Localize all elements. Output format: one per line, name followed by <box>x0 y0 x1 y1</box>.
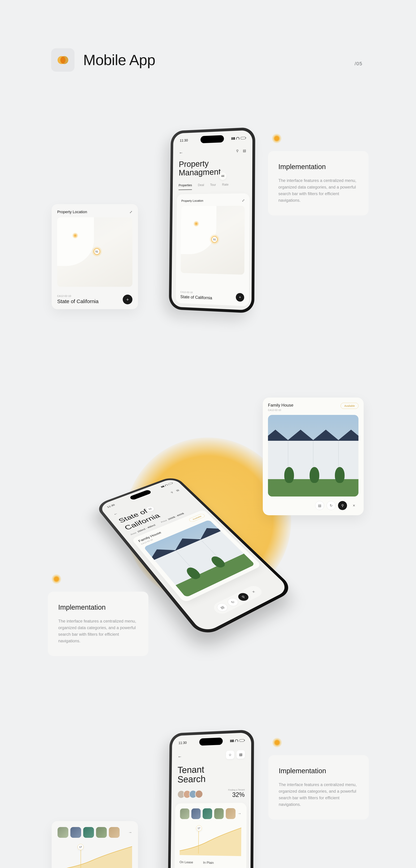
info-card: Implementation The interface features a … <box>268 151 369 215</box>
search-icon[interactable]: ⚲ <box>236 149 239 153</box>
thumbnail[interactable] <box>191 808 201 819</box>
info-card: Implementation The interface features a … <box>268 755 369 819</box>
map-card: Property Location ⤢ 51 CA12-02-10 State … <box>51 204 138 309</box>
star-button[interactable]: ☆ <box>226 750 234 759</box>
map-pin-icon[interactable]: 51 <box>92 247 102 256</box>
chart-card: → 17 On Lease 36○ In Plain 15○ <box>51 821 138 868</box>
grid-button[interactable]: ▤ <box>215 602 230 613</box>
page-title: Mobile App <box>83 51 155 69</box>
percent-value: 32% <box>228 791 245 799</box>
dot-icon <box>272 134 281 143</box>
back-icon[interactable]: ← <box>179 150 183 155</box>
info-title: Implementation <box>279 767 358 775</box>
card-title: Family House <box>268 403 293 408</box>
thumbnail[interactable] <box>70 827 81 838</box>
lease-chart: 17 <box>58 843 132 868</box>
property-image <box>268 415 358 496</box>
thumbnail-row: → <box>58 827 132 838</box>
expand-icon[interactable]: ⤢ <box>130 210 132 214</box>
battery-icon <box>241 136 245 139</box>
back-icon[interactable]: ← <box>178 754 182 759</box>
available-badge: Available <box>188 513 206 522</box>
thumbnail[interactable] <box>96 827 107 838</box>
arrow-icon[interactable]: → <box>128 830 132 835</box>
search-icon[interactable]: ⚲ <box>170 491 174 494</box>
tab-deal[interactable]: Deal <box>198 183 204 190</box>
thumbnail[interactable] <box>214 808 224 819</box>
map-view[interactable]: 51 <box>57 217 132 287</box>
chart-pin: 17 <box>78 844 83 850</box>
tab-properties[interactable]: Properties <box>178 184 192 190</box>
thumbnail[interactable] <box>180 808 189 819</box>
stats-card: → 17 On Lease 36○ In Plain <box>174 803 247 868</box>
info-title: Implementation <box>58 603 138 611</box>
dot-icon <box>51 574 61 584</box>
chart-pin: 17 <box>196 825 202 831</box>
search-button[interactable]: ⚲ <box>338 501 347 510</box>
dot-icon <box>272 738 282 747</box>
card-code: CA12-02-10 <box>268 409 293 411</box>
logo-icon <box>51 48 74 72</box>
thumbnail[interactable] <box>58 827 68 838</box>
page-header: Mobile App <box>51 48 155 72</box>
close-button[interactable]: × <box>349 501 358 510</box>
available-badge: Available <box>341 403 358 409</box>
refresh-button[interactable]: ↻ <box>226 597 240 608</box>
phone-mockup-1: 11:30 ← ⚲ ▤ Property Managment 44 Pr <box>169 127 255 313</box>
info-body: The interface features a centralized men… <box>278 177 358 204</box>
arrow-icon[interactable]: → <box>238 811 241 816</box>
screen-title-l1: Tenant <box>177 764 245 775</box>
back-icon[interactable]: ← <box>112 512 119 516</box>
info-card: Implementation The interface features a … <box>48 592 148 656</box>
thumbnail[interactable] <box>83 827 94 838</box>
tab-bar: Properties Deal Tour Rate <box>178 182 246 190</box>
thumbnail[interactable] <box>226 808 235 819</box>
refresh-button[interactable]: ↻ <box>326 501 336 510</box>
screen-title-l2: Managment <box>179 167 246 177</box>
family-house-card: Family House CA12-02-10 Available ▤ ↻ ⚲ … <box>263 398 363 515</box>
percent-label: Finding a Tenant <box>228 788 245 791</box>
grid-icon[interactable]: ▤ <box>243 148 246 153</box>
thumbnail[interactable] <box>109 827 119 838</box>
phone-mockup-3: 11:30 ← ☆ ▤ Tenant Search <box>168 730 254 868</box>
map-pin-icon[interactable]: 51 <box>210 235 219 245</box>
location-name: State of California <box>57 299 99 304</box>
avatar-group <box>177 790 201 798</box>
signal-icon <box>232 137 235 140</box>
map-view[interactable]: 51 <box>181 206 245 275</box>
grid-button[interactable]: ▤ <box>237 750 245 759</box>
grid-icon[interactable]: ▤ <box>175 489 180 492</box>
map-label: Property Location <box>57 210 87 214</box>
search-button[interactable]: ⚲ <box>236 592 250 602</box>
thumbnail[interactable] <box>203 808 212 819</box>
location-code: CA12-02-10 <box>57 294 99 298</box>
lease-chart: 17 <box>180 824 241 856</box>
add-button[interactable]: + <box>236 293 244 302</box>
info-title: Implementation <box>278 163 358 170</box>
wifi-icon <box>236 137 239 140</box>
expand-icon[interactable]: ⤢ <box>242 198 245 203</box>
screen-title-l2: Search <box>177 773 245 784</box>
close-button[interactable]: × <box>246 587 261 597</box>
info-body: The interface features a centralized men… <box>279 781 358 808</box>
bottom-toolbar: ▤ ↻ ⚲ × <box>211 584 265 616</box>
tab-rate[interactable]: Rate <box>222 183 229 189</box>
add-button[interactable]: + <box>123 294 132 304</box>
page-number: /05 <box>355 61 362 66</box>
tab-tour[interactable]: Tour <box>210 183 216 189</box>
avatar[interactable] <box>195 790 203 798</box>
map-card-phone: Property Location ⤢ 51 CA12-02-10 State … <box>176 193 250 306</box>
grid-button[interactable]: ▤ <box>315 501 324 510</box>
info-body: The interface features a centralized men… <box>58 618 138 644</box>
count-badge: 44 <box>219 172 227 180</box>
